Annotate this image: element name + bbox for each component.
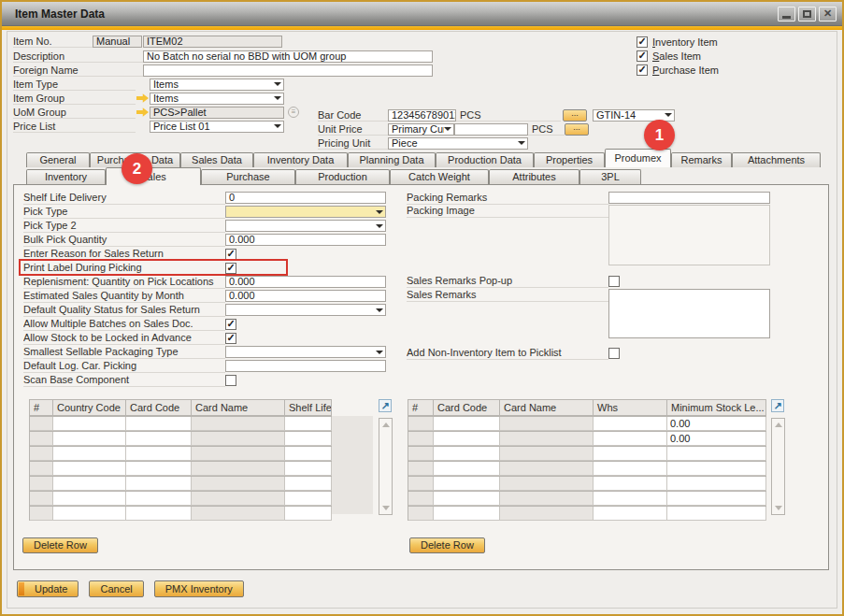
minimum-stock-cell[interactable] <box>667 447 766 461</box>
column-header[interactable]: Whs <box>594 400 667 416</box>
row-number-cell[interactable] <box>30 432 53 446</box>
default-quality-status-sales-return-select[interactable] <box>225 304 386 316</box>
column-header[interactable]: Card Name <box>500 400 594 416</box>
card-name-cell[interactable] <box>192 447 285 461</box>
row-number-cell[interactable] <box>408 477 434 491</box>
vertical-scrollbar[interactable] <box>771 418 785 515</box>
card-code-cell[interactable] <box>434 492 500 506</box>
pmx-inventory-button[interactable]: PMX Inventory <box>154 580 244 597</box>
column-header[interactable]: Country Code <box>53 400 126 416</box>
row-number-cell[interactable] <box>30 462 53 476</box>
expand-grid-icon[interactable] <box>379 399 392 412</box>
item-type-select[interactable]: Items <box>150 79 284 91</box>
row-number-cell[interactable] <box>408 492 434 506</box>
delete-row-button-right[interactable]: Delete Row <box>409 537 485 553</box>
column-header[interactable]: Card Code <box>126 400 192 416</box>
card-name-cell[interactable] <box>500 447 594 461</box>
delete-row-button-left[interactable]: Delete Row <box>22 537 98 553</box>
row-number-cell[interactable] <box>408 462 434 476</box>
uom-detail-icon[interactable] <box>288 107 299 118</box>
minimum-stock-cell[interactable] <box>667 477 766 491</box>
item-group-select[interactable]: Items <box>150 93 284 105</box>
whs-cell[interactable] <box>594 462 667 476</box>
close-button[interactable]: ✕ <box>819 7 837 21</box>
sales-remarks-textarea[interactable] <box>608 289 770 338</box>
print-label-during-picking-checkbox[interactable] <box>225 263 236 274</box>
whs-cell[interactable] <box>594 477 667 491</box>
packing-remarks-input[interactable] <box>608 192 770 204</box>
card-code-cell[interactable] <box>126 492 192 506</box>
minimum-stock-cell[interactable] <box>667 492 766 506</box>
row-number-cell[interactable] <box>30 507 53 521</box>
uom-group-field[interactable]: PCS>Pallet <box>150 107 284 119</box>
allow-stock-locked-advance-checkbox[interactable] <box>225 333 236 344</box>
card-name-cell[interactable] <box>192 462 285 476</box>
card-code-cell[interactable] <box>434 447 500 461</box>
card-name-cell[interactable] <box>192 432 285 446</box>
card-code-cell[interactable] <box>126 462 192 476</box>
item-no-mode-field[interactable]: Manual <box>93 36 142 48</box>
description-input[interactable]: No Batch no serial no BBD with UOM group <box>143 50 433 63</box>
estimated-sales-qty-month-input[interactable]: 0.000 <box>225 290 386 302</box>
scroll-down-icon[interactable] <box>775 506 782 510</box>
minimize-button[interactable] <box>778 7 795 21</box>
unit-price-input[interactable] <box>454 123 528 136</box>
minimum-stock-cell[interactable] <box>667 462 766 476</box>
card-name-cell[interactable] <box>192 492 285 506</box>
row-number-cell[interactable] <box>30 417 53 431</box>
pricing-unit-select[interactable]: Piece <box>388 137 528 150</box>
unit-price-browse-button[interactable]: ... <box>565 123 589 136</box>
sales-remarks-popup-checkbox[interactable] <box>608 276 620 287</box>
replenishment-qty-pick-locations-input[interactable]: 0.000 <box>225 276 386 288</box>
smallest-sellable-packaging-select[interactable] <box>225 346 386 358</box>
shelf-life-delivery-input[interactable]: 0 <box>225 192 386 204</box>
tab-sales-data[interactable]: Sales Data <box>180 152 253 167</box>
link-arrow-icon[interactable] <box>136 93 149 104</box>
whs-cell[interactable] <box>594 492 667 506</box>
scroll-down-icon[interactable] <box>382 506 390 510</box>
scan-base-component-checkbox[interactable] <box>225 375 236 386</box>
bulk-pick-quantity-input[interactable]: 0.000 <box>225 234 386 246</box>
column-header[interactable]: Shelf Life <box>285 400 332 416</box>
country-code-cell[interactable] <box>53 432 126 446</box>
purchase-item-checkbox[interactable] <box>637 64 648 76</box>
card-code-cell[interactable] <box>434 507 500 521</box>
allow-multiple-batches-checkbox[interactable] <box>225 319 236 330</box>
card-name-cell[interactable] <box>500 417 594 431</box>
row-number-cell[interactable] <box>408 507 434 521</box>
column-header[interactable]: Card Code <box>434 400 500 416</box>
column-header[interactable]: # <box>30 400 53 416</box>
whs-cell[interactable] <box>594 417 667 431</box>
card-code-cell[interactable] <box>126 507 192 521</box>
subtab-3pl[interactable]: 3PL <box>579 169 641 184</box>
card-name-cell[interactable] <box>500 492 594 506</box>
card-code-cell[interactable] <box>434 462 500 476</box>
foreign-name-input[interactable] <box>143 64 433 77</box>
card-code-cell[interactable] <box>434 417 500 431</box>
card-name-cell[interactable] <box>500 462 594 476</box>
whs-cell[interactable] <box>594 432 667 446</box>
card-name-cell[interactable] <box>500 432 594 446</box>
country-code-cell[interactable] <box>53 462 126 476</box>
column-header[interactable]: Minimum Stock Le... <box>667 400 766 416</box>
card-name-cell[interactable] <box>192 417 285 431</box>
bar-code-browse-button[interactable]: ... <box>563 109 587 122</box>
cancel-button[interactable]: Cancel <box>89 580 143 597</box>
sales-item-checkbox[interactable] <box>637 50 648 62</box>
country-code-cell[interactable] <box>53 447 126 461</box>
subtab-production[interactable]: Production <box>295 169 390 184</box>
minimum-stock-cell[interactable]: 0.00 <box>667 417 766 431</box>
shelf-life-cell[interactable] <box>285 492 332 506</box>
shelf-life-cell[interactable] <box>285 477 332 491</box>
enter-reason-sales-return-checkbox[interactable] <box>225 249 236 260</box>
minimum-stock-cell[interactable]: 0.00 <box>667 432 766 446</box>
expand-grid-icon[interactable] <box>771 399 784 412</box>
tab-general[interactable]: General <box>26 152 90 167</box>
card-name-cell[interactable] <box>500 507 594 521</box>
shelf-life-cell[interactable] <box>285 507 332 521</box>
unit-price-currency-select[interactable]: Primary Curre <box>388 123 454 136</box>
shelf-life-cell[interactable] <box>285 447 332 461</box>
card-code-cell[interactable] <box>434 432 500 446</box>
pick-type-2-select[interactable] <box>225 220 386 232</box>
default-log-car-picking-input[interactable] <box>225 360 386 372</box>
